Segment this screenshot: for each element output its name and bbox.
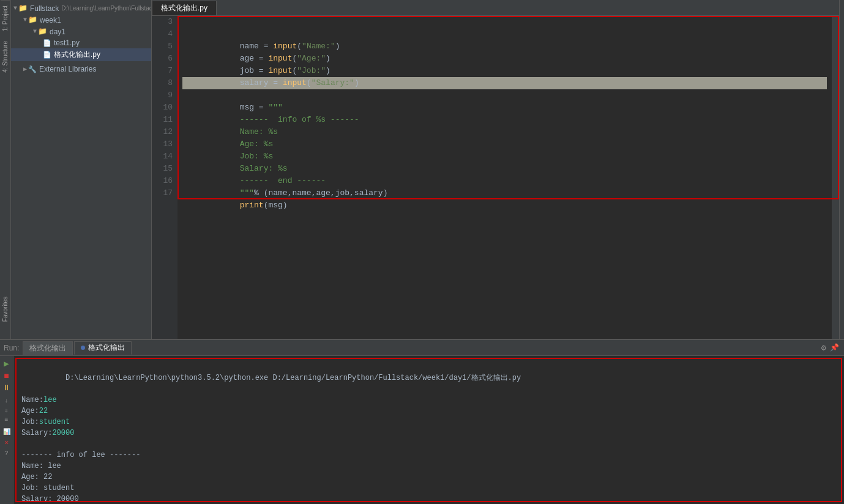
settings-icon[interactable]: ⚙	[821, 343, 826, 353]
output-age-line: Age:22	[21, 406, 836, 417]
tree-label-day1: day1	[50, 28, 65, 36]
tree-label-fullstack: Fullstack	[30, 4, 59, 13]
line-num-12: 12	[157, 126, 173, 138]
code-line-4: name = input("Name:")	[182, 28, 827, 40]
project-tree: ▼ 📁 Fullstack D:\Learning\LearnPython\Fu…	[11, 0, 151, 77]
pin-icon[interactable]: 📌	[830, 343, 839, 352]
run-tab-dot	[81, 346, 85, 350]
tree-item-week1[interactable]: ▼ 📁 week1	[11, 14, 151, 26]
run-content-area: ▶ ■ ⏸ ↓ ⇓ ≡ 📊 ✕ ? D:\Learning\LearnPytho…	[0, 356, 844, 504]
line-num-14: 14	[157, 150, 173, 163]
file-icon-test1: 📄	[43, 39, 51, 47]
tree-label-test1: test1.py	[54, 39, 80, 47]
expand-arrow-week1[interactable]: ▼	[23, 17, 27, 23]
run-sidebar-btns: ▶ ■ ⏸ ↓ ⇓ ≡ 📊 ✕ ?	[0, 356, 13, 504]
editor-tab-label: 格式化输出.py	[161, 3, 207, 13]
stop-btn[interactable]: ■	[2, 371, 12, 381]
clear-btn[interactable]: ✕	[2, 438, 12, 447]
line-num-17: 17	[157, 187, 173, 199]
output-job-line: Job:student	[21, 417, 836, 428]
far-right-strip	[839, 0, 844, 339]
line-num-5: 5	[157, 40, 173, 53]
run-tab-bar: Run: 格式化输出 格式化输出 ⚙ 📌	[0, 340, 844, 356]
output-name-label: Name:	[21, 396, 43, 404]
output-fmt-2: Name: lee	[21, 461, 836, 472]
library-icon: 🔧	[28, 65, 37, 73]
side-tabs-strip: 1: Project 4: Structure Favorites	[0, 0, 11, 339]
output-fmt-3: Age: 22	[21, 472, 836, 483]
scroll-btn[interactable]: ⇓	[2, 407, 12, 414]
play-btn[interactable]: ▶	[2, 358, 12, 369]
right-scrollbar[interactable]	[832, 16, 839, 339]
output-age-val: 22	[39, 407, 48, 415]
editor-tab-bar: 格式化输出.py	[152, 0, 839, 16]
code-line-14: Salary: %s	[182, 150, 827, 163]
run-controls: ⚙ 📌	[821, 343, 839, 353]
line-num-10: 10	[157, 102, 173, 114]
line-num-9: 9	[157, 89, 173, 102]
tree-item-day1[interactable]: ▼ 📁 day1	[11, 26, 151, 37]
filter-btn[interactable]: ≡	[2, 417, 12, 423]
side-tab-structure[interactable]: 4: Structure	[1, 36, 10, 78]
output-fmt-4: Job: student	[21, 483, 836, 494]
line-num-3: 3	[157, 16, 173, 28]
run-panel: Run: 格式化输出 格式化输出 ⚙ 📌 ▶ ■ ⏸ ↓	[0, 339, 844, 504]
output-name-val: lee	[43, 396, 57, 404]
run-label: Run:	[4, 344, 19, 352]
chart-btn[interactable]: 📊	[2, 428, 12, 435]
tree-path-fullstack: D:\Learning\LearnPython\Fullstack	[61, 5, 152, 12]
code-lines: name = input("Name:") age = input("Age:"…	[177, 16, 832, 339]
code-line-3	[182, 16, 827, 28]
tree-item-extlibs[interactable]: ▶ 🔧 External Libraries	[11, 64, 151, 75]
output-fmt-5: Salary: 20000	[21, 494, 836, 502]
run-tab-1[interactable]: 格式化输出	[23, 341, 73, 355]
output-fmt-1: ------- info of lee -------	[21, 450, 836, 461]
line-num-7: 7	[157, 65, 173, 77]
run-tab-2[interactable]: 格式化输出	[74, 341, 132, 355]
tree-item-geishi[interactable]: 📄 格式化输出.py	[11, 48, 151, 61]
project-panel: ▼ 📁 Fullstack D:\Learning\LearnPython\Fu…	[11, 0, 152, 339]
code-line-12: Age: %s	[182, 126, 827, 138]
file-icon-geishi: 📄	[43, 51, 51, 59]
tree-label-extlibs: External Libraries	[39, 65, 96, 73]
output-job-val: student	[39, 418, 70, 426]
pause-btn[interactable]: ⏸	[2, 384, 12, 393]
output-salary-line: Salary:20000	[21, 428, 836, 439]
side-tab-favorites[interactable]: Favorites	[1, 292, 10, 327]
run-tab-1-label: 格式化输出	[29, 343, 66, 354]
help-btn[interactable]: ?	[2, 450, 12, 457]
code-line-13: Job: %s	[182, 138, 827, 150]
output-path-line: D:\Learning\LearnPython\python3.5.2\pyth…	[21, 361, 836, 395]
side-tab-project[interactable]: 1: Project	[1, 0, 10, 36]
expand-arrow-extlibs[interactable]: ▶	[23, 65, 27, 73]
step-btn[interactable]: ↓	[2, 398, 12, 404]
folder-icon-week1: 📁	[28, 15, 37, 24]
folder-icon-fullstack: 📁	[18, 4, 28, 13]
tree-item-fullstack[interactable]: ▼ 📁 Fullstack D:\Learning\LearnPython\Fu…	[11, 2, 151, 14]
line-num-13: 13	[157, 138, 173, 150]
output-salary-val: 20000	[52, 429, 74, 437]
tree-item-test1[interactable]: 📄 test1.py	[11, 37, 151, 48]
output-formatted: ------- info of lee ------- Name: lee Ag…	[21, 450, 836, 502]
editor-tab-active[interactable]: 格式化输出.py	[152, 1, 217, 15]
output-salary-label: Salary:	[21, 429, 52, 437]
expand-arrow-day1[interactable]: ▼	[33, 28, 37, 35]
output-age-label: Age:	[21, 407, 39, 415]
code-line-9: msg = """	[182, 89, 827, 102]
line-num-8: 8	[157, 77, 173, 89]
editor-content[interactable]: 3 4 5 6 7 8 9 10 11 12 13 14 15 16 17	[152, 16, 839, 339]
expand-arrow-fullstack[interactable]: ▼	[13, 5, 17, 12]
run-output-container: D:\Learning\LearnPython\python3.5.2\pyth…	[15, 358, 842, 502]
output-job-label: Job:	[21, 418, 39, 426]
run-tab-2-label: 格式化输出	[88, 343, 125, 353]
line-num-11: 11	[157, 114, 173, 126]
line-num-16: 16	[157, 175, 173, 187]
folder-icon-day1: 📁	[38, 27, 47, 36]
line-num-4: 4	[157, 28, 173, 40]
output-path-text: D:\Learning\LearnPython\python3.5.2\pyth…	[65, 374, 521, 382]
line-num-6: 6	[157, 53, 173, 65]
output-name-line: Name:lee	[21, 395, 836, 406]
editor-area: 格式化输出.py 3 4 5 6 7 8 9 10 11 12	[152, 0, 839, 339]
output-blank	[21, 439, 836, 450]
tree-label-geishi: 格式化输出.py	[54, 50, 100, 60]
